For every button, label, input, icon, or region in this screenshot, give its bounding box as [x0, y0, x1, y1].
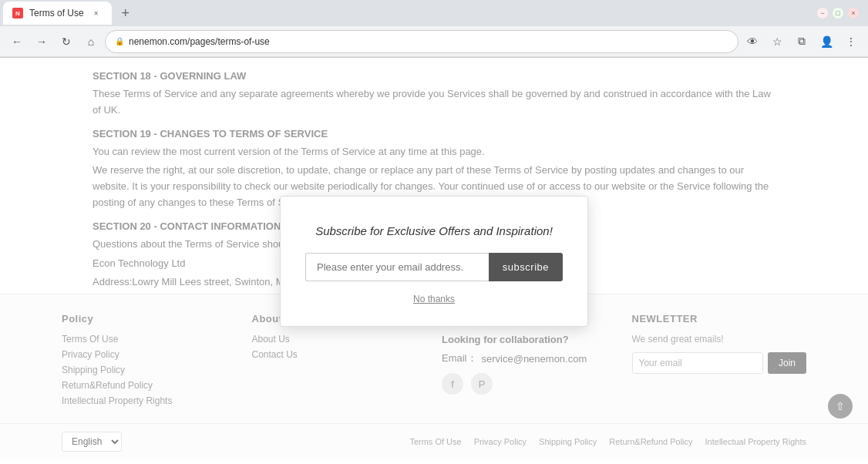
modal-subscribe-button[interactable]: subscribe	[489, 253, 563, 281]
star-icon[interactable]: ☆	[766, 31, 788, 52]
page-content: SECTION 18 - GOVERNING LAW These Terms o…	[0, 58, 868, 464]
modal-title: Subscribe for Exclusive Offers and Inspi…	[305, 224, 563, 237]
modal-no-thanks-button[interactable]: No thanks	[305, 294, 563, 304]
extensions-icon[interactable]: ⧉	[791, 31, 812, 52]
tab-close-button[interactable]: ×	[90, 7, 103, 19]
home-button[interactable]: ⌂	[80, 31, 102, 52]
tab-favicon: N	[12, 8, 23, 18]
active-tab[interactable]: N Terms of Use ×	[3, 2, 112, 25]
back-button[interactable]: ←	[6, 31, 28, 52]
forward-button[interactable]: →	[31, 31, 52, 52]
minimize-button[interactable]: −	[817, 8, 828, 18]
address-bar[interactable]: 🔒	[105, 30, 738, 53]
tab-title: Terms of Use	[29, 8, 84, 18]
subscription-modal: Subscribe for Exclusive Offers and Inspi…	[280, 196, 588, 327]
modal-email-row: subscribe	[305, 253, 563, 281]
nav-bar: ← → ↻ ⌂ 🔒 👁 ☆ ⧉ 👤 ⋮	[0, 26, 868, 57]
nav-icons: 👁 ☆ ⧉ 👤 ⋮	[742, 31, 862, 52]
profile-icon[interactable]: 👤	[816, 31, 837, 52]
reload-button[interactable]: ↻	[56, 31, 77, 52]
browser-chrome: N Terms of Use × + − □ × ← → ↻ ⌂ 🔒 👁 ☆ ⧉…	[0, 0, 868, 58]
lock-icon: 🔒	[115, 37, 124, 45]
eye-off-icon[interactable]: 👁	[742, 31, 763, 52]
modal-email-input[interactable]	[305, 253, 489, 281]
menu-icon[interactable]: ⋮	[840, 31, 862, 52]
window-controls: − □ ×	[817, 8, 865, 18]
modal-overlay[interactable]: Subscribe for Exclusive Offers and Inspi…	[0, 58, 868, 464]
new-tab-button[interactable]: +	[115, 2, 136, 24]
maximize-button[interactable]: □	[833, 8, 843, 18]
url-input[interactable]	[129, 36, 728, 47]
tab-bar: N Terms of Use × + − □ ×	[0, 0, 868, 26]
close-button[interactable]: ×	[848, 8, 859, 18]
